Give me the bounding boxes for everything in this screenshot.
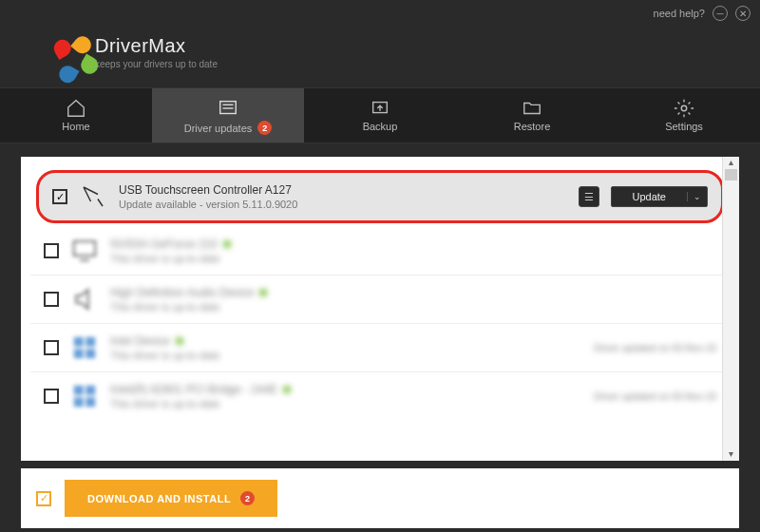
driver-subtitle: This driver is up-to-date	[110, 398, 582, 409]
updates-badge: 2	[257, 121, 272, 135]
list-icon	[218, 98, 238, 115]
scroll-thumb[interactable]	[725, 169, 737, 180]
help-link[interactable]: need help?	[654, 8, 705, 19]
driver-row[interactable]: NVIDIA GeForce 210 This driver is up-to-…	[30, 227, 730, 276]
svg-rect-8	[86, 337, 95, 347]
svg-rect-5	[74, 241, 96, 256]
close-button[interactable]: ✕	[735, 6, 750, 21]
windows-icon	[70, 382, 99, 410]
monitor-icon	[70, 237, 99, 265]
app-logo-icon	[48, 34, 84, 70]
svg-rect-10	[86, 349, 95, 358]
driver-title: Intel(R) 82801 PCI Bridge - 244E	[110, 383, 277, 396]
tab-restore[interactable]: Restore	[456, 88, 608, 142]
update-button[interactable]: Update ⌄	[611, 186, 708, 207]
driver-title: Intel Device	[110, 334, 170, 348]
driver-row-highlighted[interactable]: ✓ USB Touchscreen Controller A127 Update…	[36, 170, 724, 223]
driver-list-panel: ▴ ▾ ✓ USB Touchscreen Controller A127 Up…	[21, 157, 739, 461]
checkbox[interactable]	[44, 340, 59, 355]
download-install-button[interactable]: DOWNLOAD AND INSTALL 2	[65, 480, 277, 517]
scrollbar[interactable]: ▴ ▾	[722, 157, 739, 461]
driver-title: High Definition Audio Device	[110, 286, 254, 299]
status-dot-icon	[223, 240, 231, 248]
app-tagline: keeps your drivers up to date	[95, 59, 218, 69]
checkbox[interactable]	[44, 389, 59, 404]
driver-subtitle: This driver is up-to-date	[110, 301, 716, 313]
audio-icon	[70, 285, 99, 314]
driver-title: USB Touchscreen Controller A127	[119, 183, 567, 197]
driver-title: NVIDIA GeForce 210	[110, 238, 218, 251]
driver-subtitle: Update available - version 5.11.0.9020	[119, 199, 567, 210]
driver-subtitle: This driver is up-to-date	[110, 253, 716, 264]
tab-settings[interactable]: Settings	[608, 88, 760, 142]
checkbox[interactable]	[44, 243, 59, 258]
home-icon	[66, 98, 86, 115]
tab-backup[interactable]: Backup	[304, 88, 456, 142]
app-name: DriverMax	[95, 35, 218, 57]
tab-home[interactable]: Home	[0, 88, 152, 142]
download-badge: 2	[240, 491, 255, 505]
driver-subtitle: This driver is up-to-date	[110, 350, 582, 361]
driver-row[interactable]: High Definition Audio Device This driver…	[30, 276, 730, 324]
minimize-button[interactable]: ─	[712, 6, 728, 21]
details-button[interactable]: ☰	[579, 186, 599, 207]
svg-point-4	[681, 105, 687, 111]
status-dot-icon	[283, 386, 291, 393]
status-dot-icon	[176, 337, 183, 345]
touchscreen-icon	[79, 182, 107, 211]
windows-icon	[70, 333, 99, 362]
svg-rect-0	[220, 102, 237, 114]
svg-rect-7	[74, 337, 84, 347]
backup-icon	[370, 98, 390, 115]
select-all-checkbox[interactable]: ✓	[36, 491, 51, 506]
scroll-up-icon[interactable]: ▴	[723, 157, 739, 167]
status-dot-icon	[259, 289, 267, 296]
svg-rect-11	[74, 386, 84, 395]
driver-row[interactable]: Intel(R) 82801 PCI Bridge - 244E This dr…	[30, 372, 730, 420]
svg-rect-14	[86, 397, 95, 407]
driver-note: Driver updated on 03-Nov-16	[594, 343, 716, 353]
tab-driver-updates[interactable]: Driver updates2	[152, 88, 304, 142]
chevron-down-icon[interactable]: ⌄	[687, 192, 707, 201]
folder-icon	[522, 98, 542, 115]
gear-icon	[674, 98, 694, 115]
scroll-down-icon[interactable]: ▾	[723, 448, 739, 459]
svg-rect-13	[74, 397, 84, 407]
driver-row[interactable]: Intel Device This driver is up-to-date D…	[30, 324, 730, 372]
svg-rect-12	[86, 386, 95, 395]
driver-note: Driver updated on 03-Nov-16	[594, 391, 716, 402]
svg-rect-9	[74, 349, 84, 358]
checkbox[interactable]: ✓	[52, 189, 67, 204]
checkbox[interactable]	[44, 292, 59, 307]
